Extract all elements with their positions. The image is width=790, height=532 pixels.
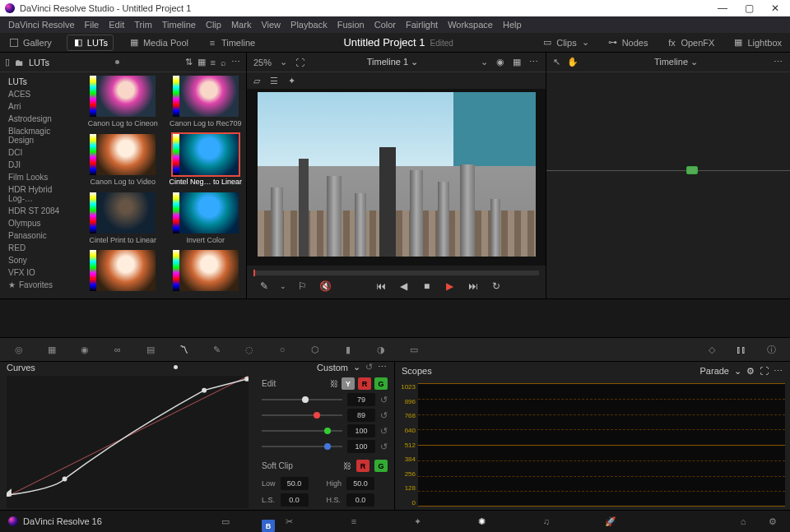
qualifier-icon[interactable]: ◌ xyxy=(240,340,258,359)
flag-icon[interactable]: ⚐ xyxy=(295,280,309,292)
nav-clips[interactable]: ▭Clips⌄ xyxy=(538,37,592,49)
nav-media-pool[interactable]: ▦Media Pool xyxy=(125,37,192,49)
menu-item[interactable]: Trim xyxy=(131,20,156,30)
loop-button[interactable]: ↻ xyxy=(489,280,504,292)
more-icon[interactable]: ⋯ xyxy=(774,366,783,377)
lut-item[interactable]: Invert Color xyxy=(169,192,244,246)
mute-icon[interactable]: 🔇 xyxy=(318,280,332,292)
info-icon[interactable]: ⓘ xyxy=(762,340,780,359)
grid-icon[interactable]: ▦ xyxy=(513,57,521,67)
r-value[interactable]: 89 xyxy=(347,409,375,422)
reset-icon[interactable]: ↺ xyxy=(380,442,388,452)
window-minimize-button[interactable]: — xyxy=(713,2,732,14)
menu-item[interactable]: Help xyxy=(500,20,525,30)
lut-folder[interactable]: ACES xyxy=(0,88,82,100)
menu-item[interactable]: DaVinci Resolve xyxy=(5,20,78,30)
list-view-icon[interactable]: ≡ xyxy=(211,58,216,67)
g-slider[interactable] xyxy=(262,430,342,432)
expand-icon[interactable]: ⛶ xyxy=(760,366,769,376)
tracker-icon[interactable]: ⬡ xyxy=(306,340,324,359)
key-icon[interactable]: ◑ xyxy=(372,340,390,359)
ls-value[interactable]: 0.0 xyxy=(281,493,309,507)
softclip-r-button[interactable]: R xyxy=(356,460,369,472)
channel-y-button[interactable]: Y xyxy=(342,377,355,390)
lut-folder[interactable]: DJI xyxy=(0,159,82,171)
play-button[interactable]: ▶ xyxy=(443,280,458,292)
lut-item[interactable]: Cintel Print to Linear xyxy=(86,192,160,246)
nav-nodes[interactable]: ⊶Nodes xyxy=(604,37,652,49)
settings-icon[interactable]: ⚙ xyxy=(746,366,755,377)
lut-folder[interactable]: VFX IO xyxy=(0,266,82,279)
media-page-button[interactable]: ▭ xyxy=(216,512,235,530)
search-icon[interactable]: ⌕ xyxy=(221,58,226,67)
g-value[interactable]: 100 xyxy=(347,424,375,437)
menu-item[interactable]: Fusion xyxy=(334,20,368,30)
scopes-icon[interactable]: ⫿⫿ xyxy=(732,340,750,359)
scope-graph[interactable] xyxy=(418,383,785,507)
camera-raw-icon[interactable]: ◎ xyxy=(10,340,28,359)
nav-openfx[interactable]: fxOpenFX xyxy=(662,37,718,49)
color-wheel-icon[interactable]: ◉ xyxy=(496,57,504,67)
lut-folder[interactable]: Olympus xyxy=(0,217,82,229)
blur-icon[interactable]: ▮ xyxy=(339,340,357,359)
lut-folder[interactable]: Film Looks xyxy=(0,171,82,183)
nav-gallery[interactable]: Gallery xyxy=(5,37,55,49)
nodes-scope[interactable]: Timeline xyxy=(654,57,688,67)
low-value[interactable]: 50.0 xyxy=(281,477,309,490)
color-match-icon[interactable]: ▦ xyxy=(43,340,61,359)
menu-item[interactable]: Edit xyxy=(105,20,128,30)
lut-item-selected[interactable]: Cintel Neg… to Linear xyxy=(169,134,244,187)
curve-graph[interactable] xyxy=(0,372,255,511)
overlay-icon[interactable]: ☰ xyxy=(270,76,278,86)
node[interactable] xyxy=(686,166,698,174)
reset-icon[interactable]: ↺ xyxy=(380,426,388,437)
b-value[interactable]: 100 xyxy=(347,440,375,453)
softclip-b-button[interactable]: B xyxy=(262,520,275,532)
lut-folder[interactable]: HDR Hybrid Log-… xyxy=(0,183,82,205)
menu-item[interactable]: View xyxy=(258,20,284,30)
curves-icon[interactable]: 〽 xyxy=(174,340,193,359)
fusion-page-button[interactable]: ✦ xyxy=(409,512,427,530)
nav-lightbox[interactable]: ▦Lightbox xyxy=(729,37,785,49)
viewer-timeline-name[interactable]: Timeline 1 xyxy=(367,57,408,67)
pointer-icon[interactable]: ↖ xyxy=(553,57,560,67)
hand-icon[interactable]: ✋ xyxy=(567,57,579,67)
nav-timeline[interactable]: ≡Timeline xyxy=(203,37,258,49)
lut-item[interactable] xyxy=(169,250,244,295)
lut-favorites[interactable]: ★Favorites xyxy=(0,279,82,291)
warper-icon[interactable]: ✎ xyxy=(207,340,225,359)
next-clip-button[interactable]: ⏭ xyxy=(466,280,481,292)
hdr-icon[interactable]: ∞ xyxy=(109,340,127,359)
scopes-mode[interactable]: Parade xyxy=(700,366,729,376)
lut-folder[interactable]: Blackmagic Design xyxy=(0,125,82,146)
lut-item[interactable] xyxy=(86,250,160,295)
window-maximize-button[interactable]: ▢ xyxy=(739,2,759,14)
viewer-scrub-bar[interactable] xyxy=(253,271,539,275)
lut-folder[interactable]: LUTs xyxy=(0,76,82,88)
lut-folder[interactable]: DCI xyxy=(0,146,82,159)
chevron-down-icon[interactable]: ⌄ xyxy=(411,57,418,67)
reset-icon[interactable]: ↺ xyxy=(380,395,388,405)
window-close-button[interactable]: ✕ xyxy=(765,2,785,14)
softclip-g-button[interactable]: G xyxy=(374,460,388,472)
sizing-icon[interactable]: ▭ xyxy=(405,340,423,359)
project-settings-button[interactable]: ⚙ xyxy=(764,512,782,530)
y-slider[interactable] xyxy=(262,399,342,400)
lut-folder[interactable]: Panasonic xyxy=(0,229,82,242)
sidebar-toggle-icon[interactable]: ▯ xyxy=(5,57,10,67)
prev-clip-button[interactable]: ⏮ xyxy=(374,280,388,292)
step-back-button[interactable]: ◀ xyxy=(397,280,411,292)
wheels-icon[interactable]: ◉ xyxy=(76,340,94,359)
eyedropper-icon[interactable]: ✎ xyxy=(257,280,272,292)
window-icon[interactable]: ○ xyxy=(273,340,291,359)
picker-icon[interactable]: ▱ xyxy=(253,76,260,86)
lut-folder[interactable]: Arri xyxy=(0,100,82,113)
link-icon[interactable]: ⛓ xyxy=(343,461,351,470)
edit-page-button[interactable]: ≡ xyxy=(345,512,363,530)
menu-item[interactable]: Fairlight xyxy=(402,20,441,30)
home-button[interactable]: ⌂ xyxy=(734,512,752,530)
nav-luts[interactable]: ◧LUTs xyxy=(67,35,114,51)
chevron-down-icon[interactable]: ⌄ xyxy=(280,57,287,67)
menu-item[interactable]: Timeline xyxy=(159,20,199,30)
deliver-page-button[interactable]: 🚀 xyxy=(602,512,620,530)
